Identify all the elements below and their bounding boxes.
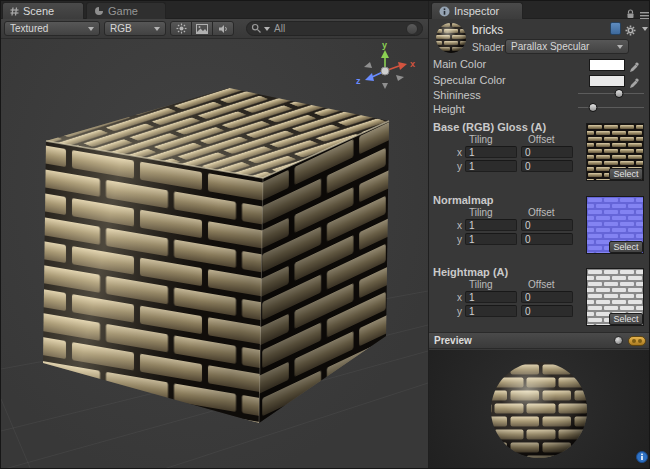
heightmap-texture-thumbnail[interactable]: Select	[586, 268, 644, 326]
context-menu-chevron-icon[interactable]	[642, 27, 648, 31]
offset-header: Offset	[528, 207, 555, 218]
specular-color-label: Specular Color	[433, 74, 506, 86]
normalmap-tiling-x-input[interactable]	[465, 219, 517, 231]
normalmap-offset-x-input[interactable]	[521, 219, 573, 231]
base-tiling-y-input[interactable]	[465, 160, 517, 172]
info-bubble-icon[interactable]	[636, 449, 648, 467]
heightmap-title: Heightmap (A)	[433, 266, 508, 278]
row-y-label: y	[457, 161, 462, 172]
normalmap-select-button[interactable]: Select	[609, 241, 643, 253]
reference-doc-icon[interactable]	[610, 22, 621, 35]
heightmap-tiling-y-input[interactable]	[465, 305, 517, 317]
row-x-label: x	[457, 147, 462, 158]
cube-left-shine	[43, 141, 263, 423]
inspector-panel: Inspector bricks Shader Parallax Spec	[428, 1, 650, 469]
tiling-header: Tiling	[469, 207, 493, 218]
preview-lighting-toggle[interactable]	[628, 336, 646, 346]
z-axis-cone[interactable]	[365, 73, 374, 81]
scene-3d-render: y x z	[1, 39, 428, 469]
game-pacman-icon	[94, 6, 104, 16]
brick-cube-object[interactable]	[43, 88, 389, 423]
preview-area[interactable]	[429, 350, 650, 469]
y-axis-cone[interactable]	[381, 50, 389, 58]
search-text: All	[274, 23, 285, 34]
normalmap-offset-y-input[interactable]	[521, 233, 573, 245]
search-clear-button[interactable]	[406, 23, 418, 35]
base-select-button[interactable]: Select	[609, 168, 643, 180]
shader-label: Shader	[472, 42, 504, 53]
shininess-slider[interactable]	[578, 88, 644, 100]
tiling-header: Tiling	[469, 279, 493, 290]
base-tiling-x-input[interactable]	[465, 146, 517, 158]
main-color-label: Main Color	[433, 58, 486, 70]
preview-sphere-icon[interactable]	[614, 336, 623, 345]
unity-editor-window: Scene Game Textured RGB	[0, 0, 650, 469]
gear-icon[interactable]	[625, 22, 636, 40]
tab-scene[interactable]: Scene	[2, 2, 84, 19]
skybox-fx-toggle[interactable]	[191, 21, 213, 36]
info-icon	[439, 6, 450, 17]
eyedropper-icon[interactable]	[629, 75, 641, 87]
offset-header: Offset	[528, 279, 555, 290]
gizmo-center[interactable]	[381, 67, 389, 75]
scene-audio-toggle[interactable]	[212, 21, 234, 36]
heightmap-tiling-x-input[interactable]	[465, 291, 517, 303]
base-texture-thumbnail[interactable]: Select	[586, 123, 644, 181]
base-offset-x-input[interactable]	[521, 146, 573, 158]
shininess-label: Shininess	[433, 89, 481, 101]
tab-game[interactable]: Game	[86, 2, 166, 19]
preview-header[interactable]: Preview	[429, 332, 650, 349]
normalmap-title: Normalmap	[433, 194, 494, 206]
preview-sphere-render	[429, 350, 650, 469]
material-name: bricks	[472, 23, 503, 37]
x-axis-cone[interactable]	[398, 62, 407, 70]
eyedropper-icon[interactable]	[629, 59, 641, 71]
draw-mode-dropdown[interactable]: Textured	[4, 21, 100, 36]
slider-track	[578, 93, 644, 94]
scene-search-field[interactable]: All	[246, 21, 423, 36]
shader-dropdown[interactable]: Parallax Specular	[505, 39, 629, 54]
scene-panel: Scene Game Textured RGB	[1, 1, 428, 469]
z-axis-label: z	[356, 76, 361, 86]
height-label: Height	[433, 103, 465, 115]
heightmap-offset-y-input[interactable]	[521, 305, 573, 317]
row-y-label: y	[457, 234, 462, 245]
heightmap-offset-x-input[interactable]	[521, 291, 573, 303]
tab-game-label: Game	[108, 5, 138, 17]
height-slider[interactable]	[578, 102, 644, 114]
search-icon	[251, 23, 262, 34]
y-axis-label: y	[382, 40, 387, 50]
chevron-down-icon	[88, 27, 94, 31]
search-filter-chevron-icon[interactable]	[264, 27, 270, 31]
normalmap-tiling-y-input[interactable]	[465, 233, 517, 245]
scene-toolbar: Textured RGB	[1, 19, 428, 39]
orientation-gizmo[interactable]: y x z	[356, 40, 415, 89]
scene-tabbar: Scene Game	[1, 1, 428, 19]
scene-viewport[interactable]: y x z	[1, 39, 428, 469]
tab-inspector-label: Inspector	[454, 5, 499, 17]
row-y-label: y	[457, 306, 462, 317]
preview-title: Preview	[434, 335, 472, 346]
channels-dropdown[interactable]: RGB	[104, 21, 166, 36]
base-offset-y-input[interactable]	[521, 160, 573, 172]
normalmap-texture-thumbnail[interactable]: Select	[586, 196, 644, 254]
inspector-tabbar: Inspector	[429, 1, 650, 19]
tab-inspector[interactable]: Inspector	[431, 2, 523, 19]
tiling-header: Tiling	[469, 134, 493, 145]
offset-header: Offset	[528, 134, 555, 145]
height-slider-knob[interactable]	[588, 103, 597, 112]
tab-scene-label: Scene	[23, 5, 54, 17]
draw-mode-value: Textured	[10, 23, 84, 34]
specular-color-swatch[interactable]	[589, 75, 625, 87]
chevron-down-icon	[154, 27, 160, 31]
shader-value: Parallax Specular	[511, 41, 613, 52]
channels-value: RGB	[110, 23, 150, 34]
row-x-label: x	[457, 220, 462, 231]
sun-icon	[176, 23, 187, 34]
main-color-swatch[interactable]	[589, 59, 625, 71]
shininess-slider-knob[interactable]	[614, 89, 623, 98]
heightmap-select-button[interactable]: Select	[609, 313, 643, 325]
row-x-label: x	[457, 292, 462, 303]
scene-lighting-toggle[interactable]	[170, 21, 192, 36]
base-map-title: Base (RGB) Gloss (A)	[433, 121, 546, 133]
